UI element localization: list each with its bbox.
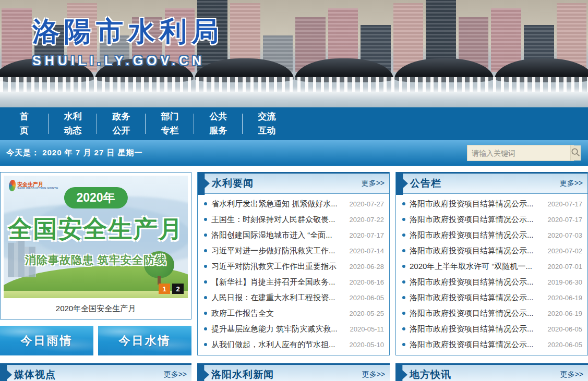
announcement-box: 公告栏 更多>> 洛阳市政府投资项目结算情况公示... 2020-07-17 洛… (395, 172, 588, 355)
site-logo[interactable]: 洛陽市水利局 SHUILI.LY.GOV.CN (32, 14, 223, 68)
announcement-date: 2020-06-05 (548, 341, 583, 349)
announcement-item[interactable]: 洛阳市政府投资项目结算情况公示... 2020-06-05 (402, 321, 582, 337)
announcement-title: 洛阳市政府投资项目结算情况公示... (410, 230, 544, 240)
news-date: 2020-05-25 (350, 310, 385, 317)
announcement-title: 洛阳市政府投资项目结算情况公示... (410, 277, 544, 287)
news-title: 人民日报：在建重大水利工程投资... (211, 293, 345, 303)
news-date: 2020-07-14 (350, 247, 385, 255)
today-rain-button[interactable]: 今日雨情 (0, 326, 93, 355)
bullet-icon (204, 327, 207, 330)
carousel-slide[interactable]: 安全生产月 SAFE PRODUCTION MONTH 2020年 全国安全生产… (4, 176, 188, 298)
nav-item[interactable]: 政务 公开 (97, 107, 146, 140)
pager-1[interactable]: 1 (159, 284, 170, 294)
site-domain: SHUILI.LY.GOV.CN (32, 53, 223, 68)
middle-column: 水利要闻 更多>> 省水利厅发出紧急通知 抓紧做好水... 2020-07-27… (197, 172, 390, 381)
news-date: 2020-06-28 (350, 263, 385, 271)
news-item[interactable]: 提升基层应急能力 筑牢防灾减灾救... 2020-05-11 (204, 321, 384, 337)
bullet-icon (402, 280, 405, 284)
more-link[interactable]: 更多>> (560, 179, 583, 188)
announcement-date: 2020-07-17 (548, 200, 583, 208)
search-button[interactable] (570, 145, 581, 161)
news-item[interactable]: 习近平对防汛救灾工作作出重要指示 2020-06-28 (204, 259, 384, 274)
waterfall-decoration (0, 77, 588, 93)
nav-item[interactable]: 公共 服务 (194, 107, 243, 140)
news-item[interactable]: 省水利厅发出紧急通知 抓紧做好水... 2020-07-27 (204, 196, 384, 212)
bullet-icon (402, 202, 405, 205)
news-title: 习近平对防汛救灾工作作出重要指示 (211, 262, 345, 272)
news-date: 2020-07-22 (350, 216, 385, 224)
news-title: 洛阳创建国际湿地城市进入 “全面... (211, 230, 345, 240)
search-box (467, 145, 574, 161)
search-input[interactable] (467, 145, 570, 161)
more-link[interactable]: 更多>> (362, 370, 385, 379)
announcement-date: 2020-06-19 (548, 310, 583, 317)
safety-month-logo: 安全生产月 SAFE PRODUCTION MONTH (9, 180, 58, 191)
news-item[interactable]: 从我们做起，水利人应有的节水担... 2020-05-10 (204, 337, 384, 352)
nav-item[interactable]: 交流 互动 (243, 107, 291, 140)
bullet-icon (204, 218, 207, 221)
announcement-item[interactable]: 洛阳市政府投资项目结算情况公示... 2020-07-17 (402, 212, 582, 227)
search-icon (571, 148, 581, 159)
news-item[interactable]: 洛阳创建国际湿地城市进入 “全面... 2020-07-17 (204, 227, 384, 243)
more-link[interactable]: 更多>> (164, 370, 187, 379)
more-link[interactable]: 更多>> (560, 370, 583, 379)
announcement-date: 2020-06-05 (548, 325, 583, 333)
section-title: 公告栏 (410, 177, 441, 190)
bullet-icon (204, 296, 207, 299)
slide-title: 全国安全生产月 (4, 213, 188, 245)
section-header-local-news: 地方快讯 更多>> (395, 363, 588, 381)
announcement-item[interactable]: 洛阳市政府投资项目结算情况公示... 2020-06-05 (402, 337, 582, 352)
announcement-item[interactable]: 洛阳市政府投资项目结算情况公示... 2020-06-19 (402, 290, 582, 305)
announcement-item[interactable]: 洛阳市政府投资项目结算情况公示... 2020-07-02 (402, 243, 582, 259)
news-date: 2020-06-16 (350, 278, 385, 286)
logo-swirl-icon (9, 180, 16, 191)
section-arrow-icon (197, 363, 209, 381)
bullet-icon (402, 343, 405, 346)
today-water-button[interactable]: 今日水情 (98, 326, 191, 355)
news-title: 从我们做起，水利人应有的节水担... (211, 340, 345, 350)
news-date: 2020-06-05 (350, 294, 385, 302)
announcement-item[interactable]: 洛阳市政府投资项目结算情况公示... 2020-06-19 (402, 305, 582, 321)
bullet-icon (402, 312, 405, 315)
announcement-item[interactable]: 2020年上半年取水许可 “双随机一... 2020-07-01 (402, 259, 582, 274)
announcement-date: 2020-07-01 (548, 263, 583, 271)
announcement-date: 2020-07-17 (548, 216, 583, 224)
today-date: 今天是： 2020 年 7 月 27 日 星期一 (6, 148, 143, 158)
news-item[interactable]: 习近平对进一步做好防汛救灾工作... 2020-07-14 (204, 243, 384, 259)
announcement-item[interactable]: 洛阳市政府投资项目结算情况公示... 2020-07-17 (402, 196, 582, 212)
news-date: 2020-05-11 (350, 325, 384, 333)
news-item[interactable]: 人民日报：在建重大水利工程投资... 2020-06-05 (204, 290, 384, 305)
section-header-media: 媒体视点 更多>> (0, 363, 191, 381)
carousel-caption[interactable]: 2020年全国安全生产月 (4, 298, 188, 319)
banner-photo: 洛陽市水利局 SHUILI.LY.GOV.CN (0, 0, 588, 107)
section-arrow-icon (395, 363, 407, 381)
announcement-title: 洛阳市政府投资项目结算情况公示... (410, 246, 544, 256)
news-title: 政府工作报告全文 (211, 309, 345, 318)
right-column: 公告栏 更多>> 洛阳市政府投资项目结算情况公示... 2020-07-17 洛… (395, 172, 588, 381)
date-bar: 今天是： 2020 年 7 月 27 日 星期一 (0, 140, 588, 166)
bullet-icon (402, 233, 405, 237)
nav-item[interactable]: 部门 专栏 (146, 107, 194, 140)
nav-item[interactable]: 水利 动态 (49, 107, 97, 140)
section-header-announcements: 公告栏 更多>> (396, 172, 587, 194)
section-arrow-icon (198, 172, 210, 195)
announcement-item[interactable]: 洛阳市政府投资项目结算情况公示... 2020-07-03 (402, 227, 582, 243)
news-item[interactable]: 王国生：时刻保持对人民群众敬畏... 2020-07-22 (204, 212, 384, 227)
section-title: 洛阳水利新闻 (211, 368, 274, 381)
nav-item[interactable]: 首 页 (0, 107, 49, 140)
section-title: 地方快讯 (410, 368, 451, 381)
announcement-date: 2020-07-02 (548, 247, 583, 255)
bullet-icon (204, 312, 207, 315)
bullet-icon (402, 265, 405, 268)
announcement-item[interactable]: 洛阳市政府投资项目结算情况公示... 2019-06-30 (402, 274, 582, 290)
announcement-date: 2020-07-03 (548, 231, 583, 239)
pager-2[interactable]: 2 (172, 284, 184, 294)
announcement-date: 2020-06-19 (548, 294, 583, 302)
section-arrow-icon (396, 172, 408, 195)
more-link[interactable]: 更多>> (362, 179, 385, 188)
quick-links: 今日雨情 今日水情 (0, 326, 191, 355)
news-item[interactable]: 政府工作报告全文 2020-05-25 (204, 305, 384, 321)
carousel-pagination: 1 2 (159, 284, 184, 294)
news-item[interactable]: 【新华社】肖捷主持召开全国政务... 2020-06-16 (204, 274, 384, 290)
main-nav: 首 页 水利 动态 政务 公开 部门 专栏 公共 服务 交流 互动 (0, 107, 588, 140)
